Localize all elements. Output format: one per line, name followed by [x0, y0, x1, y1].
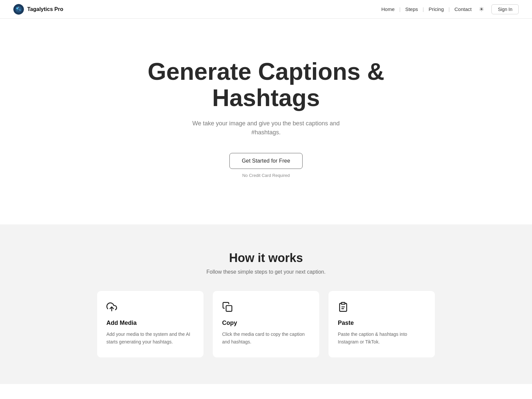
how-inner: How it works Follow these simple steps t…	[83, 251, 449, 357]
upload-icon	[106, 302, 118, 314]
cta-button[interactable]: Get Started for Free	[229, 153, 302, 169]
how-section: How it works Follow these simple steps t…	[0, 224, 532, 384]
how-subtitle: Follow these simple steps to get your ne…	[83, 269, 449, 275]
cta-note: No Credit Card Required	[242, 173, 290, 178]
nav-links: Home | Steps | Pricing | Contact ☀ Sign …	[379, 4, 519, 14]
hero-title: Generate Captions & Hashtags	[116, 59, 416, 111]
card-copy: Copy Click the media card to copy the ca…	[213, 291, 319, 357]
svg-rect-9	[341, 303, 345, 304]
card-add-media-desc: Add your media to the system and the AI …	[106, 331, 194, 345]
nav-pricing[interactable]: Pricing	[426, 5, 447, 13]
card-copy-desc: Click the media card to copy the caption…	[222, 331, 310, 345]
paste-icon	[338, 302, 350, 314]
hero-section: Generate Captions & Hashtags We take you…	[0, 19, 532, 224]
svg-point-4	[18, 7, 19, 8]
copy-icon	[222, 302, 234, 314]
sep-1: |	[399, 6, 401, 12]
nav-steps[interactable]: Steps	[403, 5, 421, 13]
theme-toggle-button[interactable]: ☀	[476, 4, 487, 14]
sep-2: |	[423, 6, 424, 12]
card-add-media-title: Add Media	[106, 320, 194, 327]
sep-3: |	[449, 6, 450, 12]
sun-icon: ☀	[479, 6, 484, 13]
svg-rect-8	[226, 306, 232, 311]
cards-row: Add Media Add your media to the system a…	[83, 291, 449, 357]
brand-logo	[13, 4, 24, 15]
navbar: Tagalytics Pro Home | Steps | Pricing | …	[0, 0, 532, 19]
brand-logo-link[interactable]: Tagalytics Pro	[13, 4, 63, 15]
brand-name: Tagalytics Pro	[27, 6, 63, 12]
nav-contact[interactable]: Contact	[452, 5, 474, 13]
card-paste: Paste Paste the caption & hashtags into …	[329, 291, 435, 357]
nav-home[interactable]: Home	[379, 5, 397, 13]
sign-in-button[interactable]: Sign In	[491, 4, 519, 14]
card-paste-desc: Paste the caption & hashtags into Instag…	[338, 331, 426, 345]
card-add-media: Add Media Add your media to the system a…	[97, 291, 203, 357]
card-paste-title: Paste	[338, 320, 426, 327]
card-copy-title: Copy	[222, 320, 310, 327]
how-title: How it works	[83, 251, 449, 265]
cta-wrapper: Get Started for Free No Credit Card Requ…	[229, 153, 302, 178]
hero-subtitle: We take your image and give you the best…	[183, 119, 349, 137]
